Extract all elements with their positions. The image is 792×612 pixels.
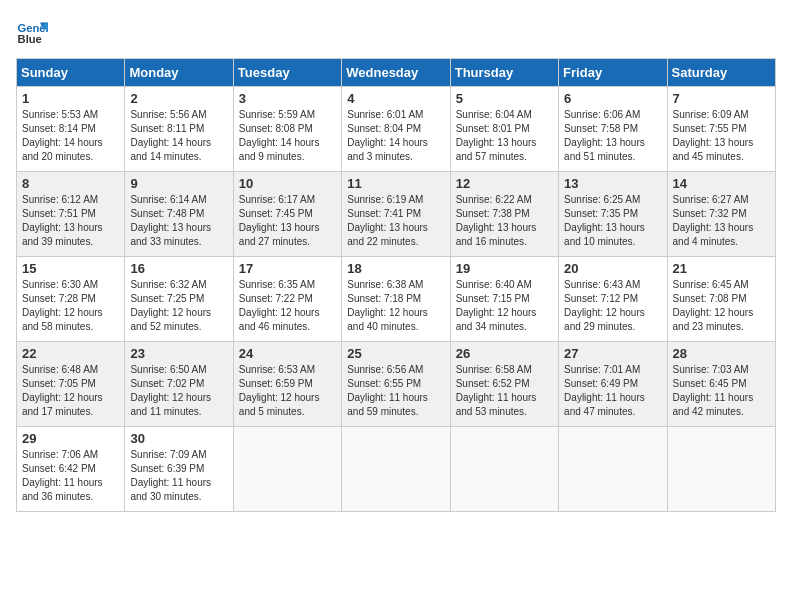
day-info: Sunrise: 7:09 AMSunset: 6:39 PMDaylight:… [130, 448, 227, 504]
calendar-cell: 5Sunrise: 6:04 AMSunset: 8:01 PMDaylight… [450, 87, 558, 172]
day-info: Sunrise: 6:06 AMSunset: 7:58 PMDaylight:… [564, 108, 661, 164]
week-row-3: 15Sunrise: 6:30 AMSunset: 7:28 PMDayligh… [17, 257, 776, 342]
day-info: Sunrise: 6:14 AMSunset: 7:48 PMDaylight:… [130, 193, 227, 249]
day-number: 29 [22, 431, 119, 446]
day-info: Sunrise: 6:58 AMSunset: 6:52 PMDaylight:… [456, 363, 553, 419]
day-number: 18 [347, 261, 444, 276]
calendar-cell: 14Sunrise: 6:27 AMSunset: 7:32 PMDayligh… [667, 172, 775, 257]
week-row-4: 22Sunrise: 6:48 AMSunset: 7:05 PMDayligh… [17, 342, 776, 427]
logo: General Blue [16, 16, 52, 48]
day-number: 1 [22, 91, 119, 106]
day-number: 20 [564, 261, 661, 276]
calendar-cell: 17Sunrise: 6:35 AMSunset: 7:22 PMDayligh… [233, 257, 341, 342]
calendar-cell [233, 427, 341, 512]
calendar-cell: 3Sunrise: 5:59 AMSunset: 8:08 PMDaylight… [233, 87, 341, 172]
day-info: Sunrise: 6:17 AMSunset: 7:45 PMDaylight:… [239, 193, 336, 249]
day-number: 19 [456, 261, 553, 276]
day-number: 14 [673, 176, 770, 191]
week-row-2: 8Sunrise: 6:12 AMSunset: 7:51 PMDaylight… [17, 172, 776, 257]
day-info: Sunrise: 6:40 AMSunset: 7:15 PMDaylight:… [456, 278, 553, 334]
day-header-tuesday: Tuesday [233, 59, 341, 87]
day-number: 9 [130, 176, 227, 191]
day-info: Sunrise: 7:06 AMSunset: 6:42 PMDaylight:… [22, 448, 119, 504]
day-number: 3 [239, 91, 336, 106]
day-info: Sunrise: 6:25 AMSunset: 7:35 PMDaylight:… [564, 193, 661, 249]
day-number: 13 [564, 176, 661, 191]
calendar-table: SundayMondayTuesdayWednesdayThursdayFrid… [16, 58, 776, 512]
day-header-wednesday: Wednesday [342, 59, 450, 87]
day-info: Sunrise: 6:45 AMSunset: 7:08 PMDaylight:… [673, 278, 770, 334]
calendar-cell: 8Sunrise: 6:12 AMSunset: 7:51 PMDaylight… [17, 172, 125, 257]
day-number: 10 [239, 176, 336, 191]
day-info: Sunrise: 6:50 AMSunset: 7:02 PMDaylight:… [130, 363, 227, 419]
day-number: 4 [347, 91, 444, 106]
day-info: Sunrise: 6:53 AMSunset: 6:59 PMDaylight:… [239, 363, 336, 419]
day-info: Sunrise: 6:56 AMSunset: 6:55 PMDaylight:… [347, 363, 444, 419]
calendar-cell: 27Sunrise: 7:01 AMSunset: 6:49 PMDayligh… [559, 342, 667, 427]
day-header-monday: Monday [125, 59, 233, 87]
day-info: Sunrise: 6:12 AMSunset: 7:51 PMDaylight:… [22, 193, 119, 249]
day-info: Sunrise: 7:03 AMSunset: 6:45 PMDaylight:… [673, 363, 770, 419]
calendar-cell: 12Sunrise: 6:22 AMSunset: 7:38 PMDayligh… [450, 172, 558, 257]
calendar-cell: 11Sunrise: 6:19 AMSunset: 7:41 PMDayligh… [342, 172, 450, 257]
svg-text:Blue: Blue [18, 33, 42, 45]
day-info: Sunrise: 7:01 AMSunset: 6:49 PMDaylight:… [564, 363, 661, 419]
page-header: General Blue [16, 16, 776, 48]
day-info: Sunrise: 6:09 AMSunset: 7:55 PMDaylight:… [673, 108, 770, 164]
calendar-cell: 1Sunrise: 5:53 AMSunset: 8:14 PMDaylight… [17, 87, 125, 172]
day-number: 7 [673, 91, 770, 106]
calendar-cell: 15Sunrise: 6:30 AMSunset: 7:28 PMDayligh… [17, 257, 125, 342]
calendar-cell: 6Sunrise: 6:06 AMSunset: 7:58 PMDaylight… [559, 87, 667, 172]
calendar-cell: 23Sunrise: 6:50 AMSunset: 7:02 PMDayligh… [125, 342, 233, 427]
day-number: 24 [239, 346, 336, 361]
calendar-cell: 30Sunrise: 7:09 AMSunset: 6:39 PMDayligh… [125, 427, 233, 512]
day-header-sunday: Sunday [17, 59, 125, 87]
logo-icon: General Blue [16, 16, 48, 48]
day-number: 30 [130, 431, 227, 446]
week-row-1: 1Sunrise: 5:53 AMSunset: 8:14 PMDaylight… [17, 87, 776, 172]
day-info: Sunrise: 6:38 AMSunset: 7:18 PMDaylight:… [347, 278, 444, 334]
day-number: 22 [22, 346, 119, 361]
day-number: 28 [673, 346, 770, 361]
calendar-header-row: SundayMondayTuesdayWednesdayThursdayFrid… [17, 59, 776, 87]
day-number: 12 [456, 176, 553, 191]
calendar-cell [559, 427, 667, 512]
day-info: Sunrise: 6:35 AMSunset: 7:22 PMDaylight:… [239, 278, 336, 334]
calendar-cell: 25Sunrise: 6:56 AMSunset: 6:55 PMDayligh… [342, 342, 450, 427]
day-number: 11 [347, 176, 444, 191]
day-number: 15 [22, 261, 119, 276]
calendar-cell: 13Sunrise: 6:25 AMSunset: 7:35 PMDayligh… [559, 172, 667, 257]
day-number: 27 [564, 346, 661, 361]
calendar-cell: 9Sunrise: 6:14 AMSunset: 7:48 PMDaylight… [125, 172, 233, 257]
calendar-cell: 24Sunrise: 6:53 AMSunset: 6:59 PMDayligh… [233, 342, 341, 427]
day-number: 26 [456, 346, 553, 361]
day-number: 16 [130, 261, 227, 276]
calendar-cell: 2Sunrise: 5:56 AMSunset: 8:11 PMDaylight… [125, 87, 233, 172]
calendar-cell: 10Sunrise: 6:17 AMSunset: 7:45 PMDayligh… [233, 172, 341, 257]
calendar-cell: 7Sunrise: 6:09 AMSunset: 7:55 PMDaylight… [667, 87, 775, 172]
day-number: 5 [456, 91, 553, 106]
day-number: 17 [239, 261, 336, 276]
calendar-cell: 29Sunrise: 7:06 AMSunset: 6:42 PMDayligh… [17, 427, 125, 512]
day-number: 2 [130, 91, 227, 106]
calendar-cell: 20Sunrise: 6:43 AMSunset: 7:12 PMDayligh… [559, 257, 667, 342]
day-info: Sunrise: 6:27 AMSunset: 7:32 PMDaylight:… [673, 193, 770, 249]
calendar-cell: 21Sunrise: 6:45 AMSunset: 7:08 PMDayligh… [667, 257, 775, 342]
day-info: Sunrise: 6:30 AMSunset: 7:28 PMDaylight:… [22, 278, 119, 334]
calendar-cell [450, 427, 558, 512]
calendar-cell: 28Sunrise: 7:03 AMSunset: 6:45 PMDayligh… [667, 342, 775, 427]
day-number: 21 [673, 261, 770, 276]
calendar-cell: 26Sunrise: 6:58 AMSunset: 6:52 PMDayligh… [450, 342, 558, 427]
calendar-cell: 16Sunrise: 6:32 AMSunset: 7:25 PMDayligh… [125, 257, 233, 342]
day-header-saturday: Saturday [667, 59, 775, 87]
day-header-friday: Friday [559, 59, 667, 87]
week-row-5: 29Sunrise: 7:06 AMSunset: 6:42 PMDayligh… [17, 427, 776, 512]
day-info: Sunrise: 6:04 AMSunset: 8:01 PMDaylight:… [456, 108, 553, 164]
calendar-cell: 22Sunrise: 6:48 AMSunset: 7:05 PMDayligh… [17, 342, 125, 427]
day-info: Sunrise: 6:32 AMSunset: 7:25 PMDaylight:… [130, 278, 227, 334]
calendar-cell [667, 427, 775, 512]
day-number: 23 [130, 346, 227, 361]
day-info: Sunrise: 6:22 AMSunset: 7:38 PMDaylight:… [456, 193, 553, 249]
calendar-cell: 19Sunrise: 6:40 AMSunset: 7:15 PMDayligh… [450, 257, 558, 342]
day-info: Sunrise: 6:48 AMSunset: 7:05 PMDaylight:… [22, 363, 119, 419]
